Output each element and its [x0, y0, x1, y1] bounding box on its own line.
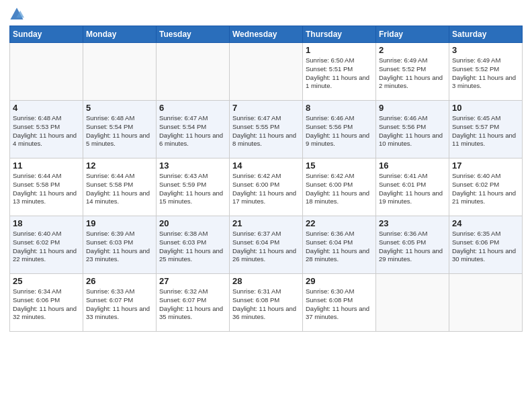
day-info: Sunrise: 6:50 AM Sunset: 5:51 PM Dayligh…: [306, 56, 373, 91]
calendar-cell: 5Sunrise: 6:48 AM Sunset: 5:54 PM Daylig…: [83, 101, 157, 158]
day-number: 26: [86, 276, 153, 286]
calendar-cell: 28Sunrise: 6:31 AM Sunset: 6:08 PM Dayli…: [230, 274, 303, 332]
week-row-3: 18Sunrise: 6:40 AM Sunset: 6:02 PM Dayli…: [10, 216, 523, 274]
week-row-1: 4Sunrise: 6:48 AM Sunset: 5:53 PM Daylig…: [10, 101, 523, 158]
calendar-cell: [376, 274, 449, 332]
day-info: Sunrise: 6:39 AM Sunset: 6:03 PM Dayligh…: [86, 230, 153, 264]
day-number: 24: [452, 218, 519, 228]
calendar-cell: 25Sunrise: 6:34 AM Sunset: 6:06 PM Dayli…: [10, 274, 83, 332]
day-number: 1: [306, 45, 373, 55]
day-number: 6: [159, 103, 226, 113]
day-number: 13: [159, 161, 226, 171]
day-number: 28: [232, 276, 300, 286]
day-number: 21: [232, 218, 300, 228]
day-number: 17: [452, 161, 519, 171]
weekday-header-thursday: Thursday: [303, 26, 376, 43]
day-info: Sunrise: 6:49 AM Sunset: 5:52 PM Dayligh…: [452, 56, 519, 91]
day-info: Sunrise: 6:34 AM Sunset: 6:06 PM Dayligh…: [13, 287, 80, 322]
calendar-cell: 9Sunrise: 6:46 AM Sunset: 5:56 PM Daylig…: [376, 101, 449, 158]
weekday-header-sunday: Sunday: [10, 26, 83, 43]
day-info: Sunrise: 6:48 AM Sunset: 5:54 PM Dayligh…: [86, 114, 153, 148]
day-number: 7: [232, 103, 300, 113]
calendar-cell: 10Sunrise: 6:45 AM Sunset: 5:57 PM Dayli…: [449, 101, 523, 158]
day-number: 11: [13, 161, 80, 171]
calendar-cell: 19Sunrise: 6:39 AM Sunset: 6:03 PM Dayli…: [83, 216, 157, 274]
calendar-cell: 21Sunrise: 6:37 AM Sunset: 6:04 PM Dayli…: [230, 216, 303, 274]
day-info: Sunrise: 6:36 AM Sunset: 6:05 PM Dayligh…: [379, 230, 446, 264]
week-row-2: 11Sunrise: 6:44 AM Sunset: 5:58 PM Dayli…: [10, 158, 523, 216]
day-info: Sunrise: 6:49 AM Sunset: 5:52 PM Dayligh…: [379, 56, 446, 91]
calendar-cell: 13Sunrise: 6:43 AM Sunset: 5:59 PM Dayli…: [157, 158, 230, 216]
week-row-0: 1Sunrise: 6:50 AM Sunset: 5:51 PM Daylig…: [10, 43, 523, 101]
day-info: Sunrise: 6:44 AM Sunset: 5:58 PM Dayligh…: [86, 172, 153, 206]
day-info: Sunrise: 6:40 AM Sunset: 6:02 PM Dayligh…: [452, 172, 519, 206]
day-number: 9: [379, 103, 446, 113]
calendar-cell: 8Sunrise: 6:46 AM Sunset: 5:56 PM Daylig…: [303, 101, 376, 158]
day-info: Sunrise: 6:41 AM Sunset: 6:01 PM Dayligh…: [379, 172, 446, 206]
calendar-cell: 24Sunrise: 6:35 AM Sunset: 6:06 PM Dayli…: [449, 216, 523, 274]
calendar-cell: 3Sunrise: 6:49 AM Sunset: 5:52 PM Daylig…: [449, 43, 523, 101]
day-number: 8: [306, 103, 373, 113]
day-info: Sunrise: 6:44 AM Sunset: 5:58 PM Dayligh…: [13, 172, 80, 206]
weekday-header-monday: Monday: [83, 26, 157, 43]
calendar-cell: 12Sunrise: 6:44 AM Sunset: 5:58 PM Dayli…: [83, 158, 157, 216]
day-info: Sunrise: 6:47 AM Sunset: 5:54 PM Dayligh…: [159, 114, 226, 148]
calendar-cell: [83, 43, 157, 101]
day-number: 27: [159, 276, 226, 286]
day-info: Sunrise: 6:47 AM Sunset: 5:55 PM Dayligh…: [232, 114, 300, 148]
day-info: Sunrise: 6:38 AM Sunset: 6:03 PM Dayligh…: [159, 230, 226, 264]
calendar-cell: 11Sunrise: 6:44 AM Sunset: 5:58 PM Dayli…: [10, 158, 83, 216]
page: SundayMondayTuesdayWednesdayThursdayFrid…: [0, 0, 532, 411]
day-info: Sunrise: 6:43 AM Sunset: 5:59 PM Dayligh…: [159, 172, 226, 206]
day-info: Sunrise: 6:40 AM Sunset: 6:02 PM Dayligh…: [13, 230, 80, 264]
weekday-header-row: SundayMondayTuesdayWednesdayThursdayFrid…: [10, 26, 523, 43]
header: [9, 7, 523, 21]
calendar-cell: 6Sunrise: 6:47 AM Sunset: 5:54 PM Daylig…: [157, 101, 230, 158]
calendar-cell: 29Sunrise: 6:30 AM Sunset: 6:08 PM Dayli…: [303, 274, 376, 332]
calendar-cell: [10, 43, 83, 101]
day-number: 19: [86, 218, 153, 228]
logo-icon: [9, 7, 24, 21]
day-number: 12: [86, 161, 153, 171]
calendar-cell: 14Sunrise: 6:42 AM Sunset: 6:00 PM Dayli…: [230, 158, 303, 216]
day-number: 25: [13, 276, 80, 286]
day-info: Sunrise: 6:31 AM Sunset: 6:08 PM Dayligh…: [232, 287, 300, 322]
calendar-cell: 15Sunrise: 6:42 AM Sunset: 6:00 PM Dayli…: [303, 158, 376, 216]
day-number: 16: [379, 161, 446, 171]
day-number: 15: [306, 161, 373, 171]
day-info: Sunrise: 6:36 AM Sunset: 6:04 PM Dayligh…: [306, 230, 373, 264]
weekday-header-friday: Friday: [376, 26, 449, 43]
calendar-cell: [157, 43, 230, 101]
day-info: Sunrise: 6:35 AM Sunset: 6:06 PM Dayligh…: [452, 230, 519, 264]
weekday-header-tuesday: Tuesday: [157, 26, 230, 43]
calendar-cell: 23Sunrise: 6:36 AM Sunset: 6:05 PM Dayli…: [376, 216, 449, 274]
calendar-table: SundayMondayTuesdayWednesdayThursdayFrid…: [9, 26, 523, 332]
calendar-cell: 27Sunrise: 6:32 AM Sunset: 6:07 PM Dayli…: [157, 274, 230, 332]
day-number: 23: [379, 218, 446, 228]
day-number: 4: [13, 103, 80, 113]
calendar-cell: 4Sunrise: 6:48 AM Sunset: 5:53 PM Daylig…: [10, 101, 83, 158]
day-info: Sunrise: 6:45 AM Sunset: 5:57 PM Dayligh…: [452, 114, 519, 148]
day-info: Sunrise: 6:33 AM Sunset: 6:07 PM Dayligh…: [86, 287, 153, 322]
calendar-cell: 18Sunrise: 6:40 AM Sunset: 6:02 PM Dayli…: [10, 216, 83, 274]
weekday-header-saturday: Saturday: [449, 26, 523, 43]
day-info: Sunrise: 6:48 AM Sunset: 5:53 PM Dayligh…: [13, 114, 80, 148]
day-number: 20: [159, 218, 226, 228]
day-info: Sunrise: 6:42 AM Sunset: 6:00 PM Dayligh…: [232, 172, 300, 206]
day-number: 18: [13, 218, 80, 228]
day-number: 22: [306, 218, 373, 228]
day-info: Sunrise: 6:46 AM Sunset: 5:56 PM Dayligh…: [379, 114, 446, 148]
logo: [9, 7, 27, 21]
day-number: 14: [232, 161, 300, 171]
day-info: Sunrise: 6:32 AM Sunset: 6:07 PM Dayligh…: [159, 287, 226, 322]
day-number: 5: [86, 103, 153, 113]
calendar-cell: 2Sunrise: 6:49 AM Sunset: 5:52 PM Daylig…: [376, 43, 449, 101]
calendar-cell: 17Sunrise: 6:40 AM Sunset: 6:02 PM Dayli…: [449, 158, 523, 216]
week-row-4: 25Sunrise: 6:34 AM Sunset: 6:06 PM Dayli…: [10, 274, 523, 332]
calendar-cell: [230, 43, 303, 101]
calendar-cell: 22Sunrise: 6:36 AM Sunset: 6:04 PM Dayli…: [303, 216, 376, 274]
calendar-cell: 1Sunrise: 6:50 AM Sunset: 5:51 PM Daylig…: [303, 43, 376, 101]
day-number: 2: [379, 45, 446, 55]
weekday-header-wednesday: Wednesday: [230, 26, 303, 43]
day-info: Sunrise: 6:30 AM Sunset: 6:08 PM Dayligh…: [306, 287, 373, 322]
